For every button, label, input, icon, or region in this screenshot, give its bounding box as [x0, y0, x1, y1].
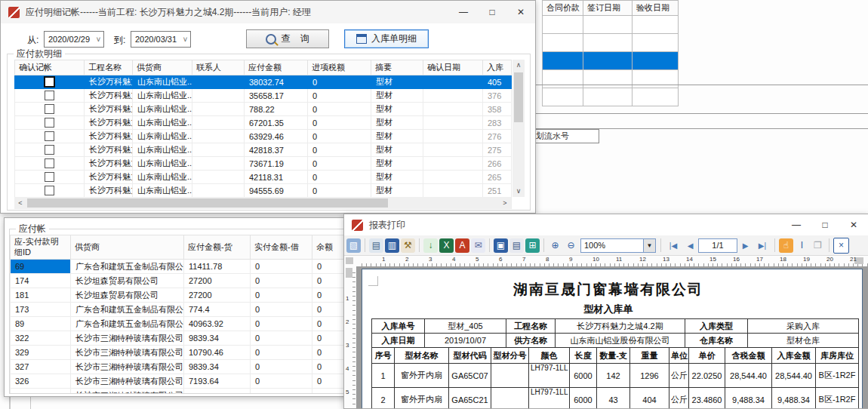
column-header[interactable]: 确认记帐 [15, 60, 85, 75]
minimize-button[interactable]: — [782, 214, 811, 235]
confirm-date-cell[interactable] [423, 89, 483, 103]
amount-cell[interactable]: 67201.35 [245, 116, 308, 130]
contact-cell[interactable] [192, 130, 245, 143]
close-button[interactable]: ✕ [506, 1, 535, 23]
id-cell[interactable]: 69 [11, 260, 71, 274]
inbound-detail-button[interactable]: 入库单明细 [344, 29, 429, 48]
payable-cell[interactable]: 9839.34 [184, 360, 251, 374]
book-icon[interactable]: ▥ [385, 238, 399, 253]
id-cell[interactable]: 173 [11, 303, 71, 317]
table-row[interactable]: 长沙万科魅力...山东南山铝业...42118.310型材265 [15, 171, 512, 184]
supplier-cell[interactable]: 长沙市三湘特种玻璃有限公司 [71, 331, 184, 346]
empty-cell[interactable] [543, 34, 583, 52]
project-cell[interactable]: 长沙万科魅力... [85, 157, 133, 171]
page-number-box[interactable]: 1/1 [698, 238, 737, 253]
tax-cell[interactable]: 0 [308, 116, 371, 130]
query-button[interactable]: 查 询 [246, 29, 329, 48]
id-cell[interactable] [11, 389, 71, 394]
table-row[interactable]: 173广东合和建筑五金制品有限公司774.400 [11, 303, 351, 317]
contact-cell[interactable] [192, 143, 245, 157]
id-cell[interactable]: 322 [11, 331, 71, 346]
to-date-picker[interactable]: 2020/03/31 ˅ [131, 31, 191, 48]
document-icon[interactable]: ▤ [509, 238, 524, 253]
confirm-date-cell[interactable] [423, 116, 483, 130]
contact-cell[interactable] [192, 103, 245, 116]
zoom-select[interactable]: 100%▼ [580, 238, 656, 253]
column-header[interactable]: 签订日期 [583, 1, 633, 16]
empty-cell[interactable] [633, 34, 679, 52]
supplier-cell[interactable]: 长沙坦森贸易有限公司 [71, 288, 184, 303]
tax-cell[interactable]: 0 [308, 143, 371, 157]
maximize-button[interactable]: □ [811, 214, 839, 235]
table-row[interactable]: 长沙市三湘特种玻璃有限公司 [11, 389, 351, 394]
confirm-date-cell[interactable] [423, 75, 483, 89]
amount-cell[interactable]: 94555.69 [245, 184, 308, 198]
inbound-no-cell[interactable]: 275 [483, 143, 512, 157]
summary-cell[interactable]: 型材 [371, 157, 423, 171]
column-header[interactable]: 应付金额 [245, 60, 308, 75]
inbound-no-cell[interactable]: 251 [483, 184, 512, 198]
paid-cell[interactable]: 0 [251, 317, 312, 331]
excel-icon[interactable]: X [439, 238, 454, 253]
project-cell[interactable]: 长沙万科魅力... [85, 89, 133, 103]
amount-cell[interactable]: 38032.74 [245, 75, 308, 89]
inbound-no-cell[interactable]: 283 [483, 116, 512, 130]
supplier-cell[interactable]: 广东合和建筑五金制品有限公司 [71, 317, 184, 331]
table-row[interactable]: 长沙万科魅力...山东南山铝业...63929.460型材276 [15, 130, 512, 143]
id-cell[interactable]: 327 [11, 360, 71, 374]
table-row[interactable] [543, 34, 679, 52]
column-header[interactable]: 入库 [483, 60, 512, 75]
empty-cell[interactable] [543, 88, 583, 106]
tools-icon[interactable]: ⚒ [401, 238, 415, 253]
column-header[interactable]: 联系人 [192, 60, 245, 75]
payable-cell[interactable]: 774.4 [184, 303, 251, 317]
contact-cell[interactable] [192, 116, 245, 130]
inbound-no-cell[interactable]: 266 [483, 157, 512, 171]
column-header[interactable]: 验收日期 [633, 1, 679, 16]
supplier-cell[interactable]: 山东南山铝业... [133, 157, 192, 171]
supplier-cell[interactable]: 山东南山铝业... [133, 116, 192, 130]
project-cell[interactable]: 长沙万科魅力... [85, 130, 133, 143]
zoom-out-icon[interactable]: ⊖ [564, 238, 578, 253]
export-icon[interactable]: ↓ [423, 238, 438, 253]
supplier-cell[interactable]: 长沙市三湘特种玻璃有限公司 [71, 374, 184, 389]
chevron-down-icon[interactable]: ˅ [94, 35, 103, 44]
supplier-cell[interactable]: 长沙市三湘特种玻璃有限公司 [71, 360, 184, 374]
title-bar[interactable]: 报表打印 — □ ✕ [344, 214, 868, 235]
scroll-left-icon[interactable]: < [14, 197, 26, 209]
tax-cell[interactable]: 0 [308, 103, 371, 116]
contact-cell[interactable] [192, 157, 245, 171]
column-header[interactable]: 实付金额-借 [251, 235, 312, 260]
zoom-in-icon[interactable]: ⊕ [548, 238, 562, 253]
empty-cell[interactable] [633, 88, 679, 106]
amount-cell[interactable]: 73671.19 [245, 157, 308, 171]
summary-cell[interactable]: 型材 [371, 89, 423, 103]
tax-cell[interactable]: 0 [308, 171, 371, 184]
last-page-button[interactable]: ▶| [754, 238, 771, 253]
contact-cell[interactable] [192, 89, 245, 103]
title-bar[interactable]: 应付明细记帐------当前工程: 长沙万科魅力之城4.2期------当前用户… [1, 1, 535, 23]
supplier-cell[interactable]: 广东合和建筑五金制品有限公司 [71, 303, 184, 317]
confirm-checkbox[interactable] [45, 172, 54, 182]
serial-number-field[interactable]: 划流水号 [533, 129, 599, 143]
print-icon[interactable]: ▤ [369, 238, 383, 253]
supplier-cell[interactable]: 长沙市三湘特种玻璃有限公司 [71, 346, 184, 360]
paid-cell[interactable]: 0 [251, 260, 312, 274]
supplier-cell[interactable]: 山东南山铝业... [133, 130, 192, 143]
table-row[interactable]: 长沙万科魅力...山东南山铝业...42818.370型材275 [15, 143, 512, 157]
table-row[interactable]: 长沙万科魅力...山东南山铝业...94555.690型材251 [15, 184, 512, 198]
project-cell[interactable]: 长沙万科魅力... [85, 184, 133, 198]
paid-cell[interactable]: 0 [251, 274, 312, 288]
supplier-cell[interactable]: 山东南山铝业... [133, 184, 192, 198]
table-row[interactable]: 69广东合和建筑五金制品有限公司11411.7800 [11, 260, 351, 274]
preview-icon[interactable]: ▧ [346, 238, 361, 253]
confirm-date-cell[interactable] [423, 103, 483, 116]
summary-cell[interactable]: 型材 [371, 103, 423, 116]
summary-cell[interactable]: 型材 [371, 184, 423, 198]
empty-cell[interactable] [633, 52, 679, 70]
id-cell[interactable]: 89 [11, 317, 71, 331]
maximize-button[interactable]: □ [478, 1, 506, 23]
contact-cell[interactable] [192, 184, 245, 198]
table-row[interactable]: 322长沙市三湘特种玻璃有限公司9839.3400 [11, 331, 351, 346]
table-row[interactable]: 长沙万科魅力...山东南山铝业...67201.350型材283 [15, 116, 512, 130]
